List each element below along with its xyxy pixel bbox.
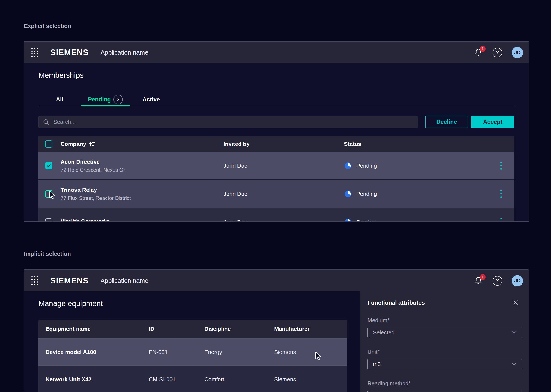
page-title: Manage equipment bbox=[38, 299, 360, 308]
avatar[interactable]: JD bbox=[512, 275, 523, 287]
notifications-button[interactable]: 1 bbox=[474, 276, 483, 285]
app-bar: SIEMENS Application name 1 ? JD bbox=[24, 42, 529, 63]
table-row[interactable]: Trinova Relay 77 Flux Street, Reactor Di… bbox=[38, 180, 514, 208]
tab-label: Pending bbox=[88, 96, 111, 103]
status-value: Pending bbox=[356, 191, 377, 197]
table-header-row: Company Invited by Status bbox=[38, 136, 514, 152]
column-invited-by: Invited by bbox=[223, 141, 344, 147]
equipment-id: EN-001 bbox=[149, 349, 204, 356]
app-switcher-icon[interactable] bbox=[31, 48, 38, 57]
status-value: Pending bbox=[356, 162, 377, 169]
equipment-name: Device model A100 bbox=[46, 349, 149, 356]
invited-by-value: John Doe bbox=[223, 219, 344, 222]
close-icon bbox=[513, 300, 519, 306]
table-header-row: Equipment name ID Discipline Manufacture… bbox=[38, 320, 348, 338]
dropdown-value: Selected bbox=[373, 329, 395, 336]
functional-attributes-panel: Functional attributes Medium* Selected bbox=[360, 291, 529, 392]
application-name: Application name bbox=[101, 277, 148, 284]
status-value: Pending bbox=[356, 219, 377, 222]
table-row[interactable]: Aeon Directive 72 Holo Crescent, Nexus G… bbox=[38, 152, 514, 179]
row-checkbox-checked[interactable] bbox=[45, 162, 52, 169]
unit-dropdown[interactable]: m3 bbox=[368, 359, 522, 370]
avatar[interactable]: JD bbox=[512, 47, 523, 58]
notifications-button[interactable]: 1 bbox=[474, 48, 483, 57]
search-input[interactable] bbox=[53, 119, 414, 126]
help-icon[interactable]: ? bbox=[493, 276, 502, 286]
column-id: ID bbox=[149, 326, 204, 332]
decline-button[interactable]: Decline bbox=[425, 116, 468, 128]
table-row[interactable]: Network Unit X42 CM-SI-001 Comfort Sieme… bbox=[38, 366, 348, 392]
select-all-checkbox[interactable] bbox=[45, 140, 52, 148]
help-icon[interactable]: ? bbox=[493, 48, 502, 57]
company-name: Trinova Relay bbox=[61, 187, 223, 193]
company-address: 72 Holo Crescent, Nexus Gr bbox=[61, 167, 223, 173]
column-manufacturer: Manufacturer bbox=[274, 326, 340, 332]
siemens-logo: SIEMENS bbox=[50, 276, 89, 285]
pending-status-icon bbox=[344, 218, 352, 222]
tab-active[interactable]: Active bbox=[130, 93, 172, 106]
notification-badge: 1 bbox=[480, 274, 486, 280]
notification-badge: 1 bbox=[480, 46, 486, 52]
section-label-explicit: Explicit selection bbox=[24, 23, 71, 29]
row-menu-button[interactable] bbox=[495, 218, 508, 222]
invited-by-value: John Doe bbox=[223, 191, 344, 197]
pending-status-icon bbox=[344, 190, 352, 198]
equipment-name: Network Unit X42 bbox=[46, 376, 149, 383]
invited-by-value: John Doe bbox=[223, 162, 344, 169]
column-company: Company bbox=[61, 141, 86, 147]
close-button[interactable] bbox=[513, 300, 519, 306]
search-icon bbox=[42, 119, 50, 126]
reading-method-dropdown[interactable] bbox=[368, 390, 522, 392]
tab-bar: All Pending 3 Active bbox=[38, 93, 514, 106]
medium-dropdown[interactable]: Selected bbox=[368, 327, 522, 338]
column-status: Status bbox=[344, 141, 495, 147]
memberships-window: SIEMENS Application name 1 ? JD Membersh… bbox=[24, 41, 529, 222]
tab-all[interactable]: All bbox=[38, 93, 81, 106]
equipment-manufacturer: Siemens bbox=[274, 349, 340, 356]
equipment-table: Equipment name ID Discipline Manufacture… bbox=[38, 320, 348, 392]
app-bar: SIEMENS Application name 1 ? JD bbox=[24, 270, 529, 291]
field-label-unit: Unit* bbox=[368, 349, 522, 355]
row-checkbox-hover[interactable] bbox=[45, 190, 52, 197]
chevron-down-icon bbox=[512, 331, 516, 334]
tab-pending[interactable]: Pending 3 bbox=[81, 93, 130, 106]
equipment-discipline: Comfort bbox=[204, 376, 274, 383]
equipment-id: CM-SI-001 bbox=[149, 376, 204, 383]
company-address: 77 Flux Street, Reactor District bbox=[61, 195, 223, 201]
equipment-discipline: Energy bbox=[204, 349, 274, 356]
memberships-table: Company Invited by Status bbox=[38, 136, 514, 222]
tab-label: Active bbox=[142, 96, 160, 103]
row-menu-button[interactable] bbox=[495, 190, 508, 198]
table-row[interactable]: Device model A100 EN-001 Energy Siemens bbox=[38, 339, 348, 365]
chevron-down-icon bbox=[512, 363, 516, 365]
panel-title: Functional attributes bbox=[368, 300, 425, 306]
field-label-reading-method: Reading method* bbox=[368, 380, 522, 387]
sort-icon bbox=[89, 141, 96, 147]
check-icon bbox=[46, 163, 51, 168]
company-name: Virelith Coreworks bbox=[61, 218, 223, 222]
dropdown-value: m3 bbox=[373, 361, 381, 367]
search-field bbox=[38, 116, 418, 128]
field-label-medium: Medium* bbox=[368, 317, 522, 324]
column-discipline: Discipline bbox=[204, 326, 274, 332]
accept-button[interactable]: Accept bbox=[471, 116, 514, 128]
tab-label: All bbox=[56, 96, 63, 103]
company-name: Aeon Directive bbox=[61, 159, 223, 165]
page-title: Memberships bbox=[38, 71, 514, 79]
section-label-implicit: Implicit selection bbox=[24, 251, 71, 257]
app-switcher-icon[interactable] bbox=[31, 276, 38, 285]
row-menu-button[interactable] bbox=[495, 162, 508, 169]
table-row[interactable]: Virelith Coreworks John Doe Pending bbox=[38, 208, 514, 222]
page: Explicit selection SIEMENS Application n… bbox=[0, 0, 551, 392]
row-checkbox-unchecked[interactable] bbox=[45, 218, 52, 222]
tab-count-badge: 3 bbox=[113, 95, 123, 104]
pending-status-icon bbox=[344, 162, 352, 170]
equipment-manufacturer: Siemens bbox=[274, 376, 340, 383]
siemens-logo: SIEMENS bbox=[50, 48, 89, 57]
application-name: Application name bbox=[101, 49, 148, 56]
column-equipment-name: Equipment name bbox=[46, 326, 149, 332]
equipment-window: SIEMENS Application name 1 ? JD Manage e… bbox=[24, 269, 529, 392]
